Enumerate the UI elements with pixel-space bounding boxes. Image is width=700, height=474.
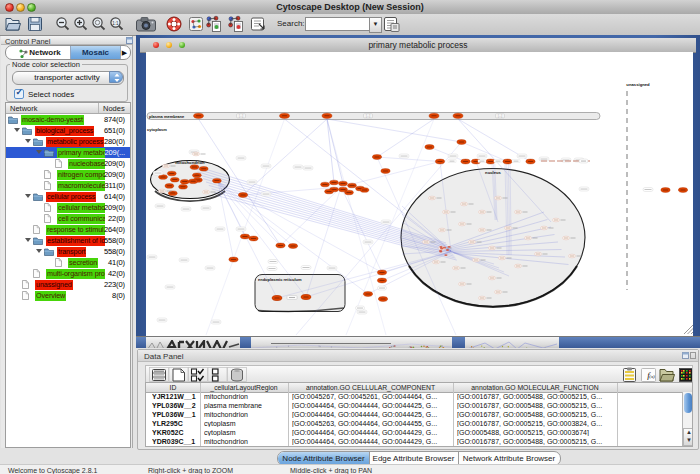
svg-text:cytoplasm: cytoplasm bbox=[147, 127, 167, 132]
svg-text:(x): (x) bbox=[649, 374, 655, 379]
svg-text:[...]: [...] bbox=[366, 114, 370, 118]
svg-text:plasma membrane: plasma membrane bbox=[149, 114, 185, 119]
svg-text:[...]: [...] bbox=[239, 114, 243, 118]
svg-text:1:1: 1:1 bbox=[112, 21, 119, 26]
svg-text:endoplasmic reticulum: endoplasmic reticulum bbox=[258, 277, 302, 282]
svg-text:nucleus: nucleus bbox=[485, 170, 501, 175]
svg-text:unassigned: unassigned bbox=[626, 82, 650, 87]
svg-text:[...]: [...] bbox=[498, 114, 502, 118]
svg-text:mitochondrion: mitochondrion bbox=[175, 160, 205, 165]
